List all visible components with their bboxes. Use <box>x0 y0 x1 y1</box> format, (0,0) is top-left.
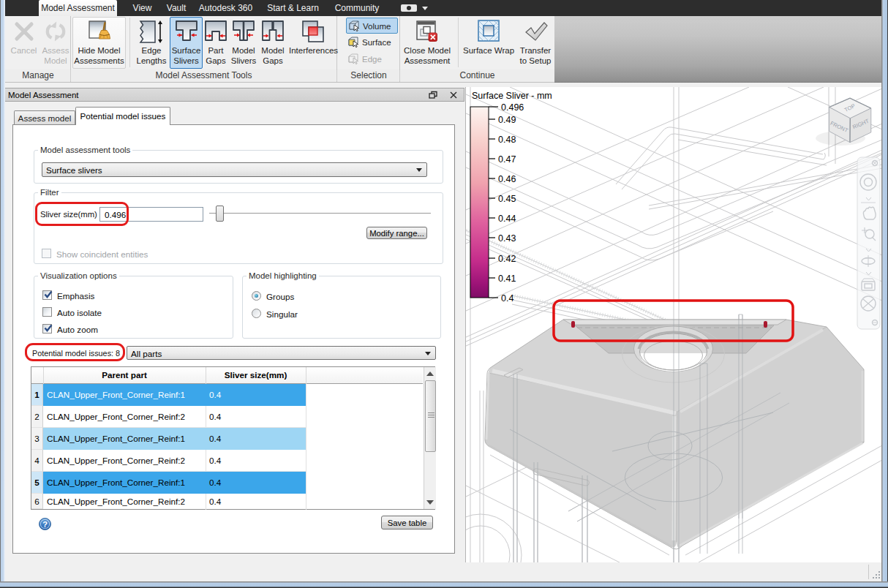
svg-text:0.45: 0.45 <box>498 194 516 204</box>
svg-text:0.41: 0.41 <box>498 274 516 284</box>
svg-text:0.46: 0.46 <box>498 174 516 184</box>
svg-text:0.48: 0.48 <box>498 135 516 145</box>
svg-text:0.496: 0.496 <box>501 102 524 113</box>
svg-text:0.47: 0.47 <box>498 154 516 165</box>
svg-text:0.42: 0.42 <box>498 254 516 264</box>
svg-text:0.43: 0.43 <box>498 233 516 244</box>
svg-text:Surface Sliver - mm: Surface Sliver - mm <box>472 91 552 101</box>
svg-text:0.44: 0.44 <box>498 214 516 224</box>
svg-text:0.4: 0.4 <box>501 293 513 304</box>
svg-text:?: ? <box>42 520 48 529</box>
svg-text:0.49: 0.49 <box>498 115 516 125</box>
